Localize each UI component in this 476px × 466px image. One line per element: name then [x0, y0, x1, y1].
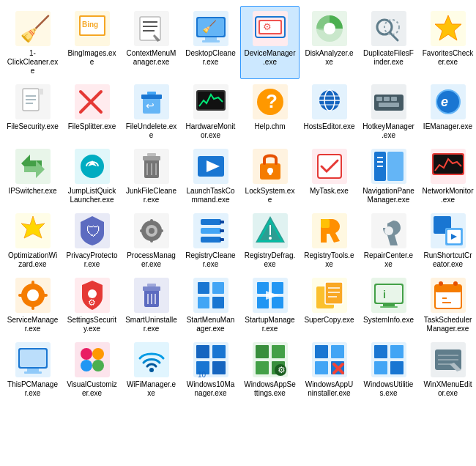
icon-item-networkmonitor[interactable]: NetworkMonitor.exe [418, 144, 476, 208]
icon-item-1clickcleaner[interactable]: 🧹1-ClickCleaner.exe [3, 6, 62, 79]
svg-rect-143 [143, 286, 160, 291]
icon-image-servicemanager [15, 278, 51, 313]
icon-label-windows10manager: Windows10Manager.exe [185, 380, 237, 398]
svg-rect-108 [140, 229, 144, 232]
icon-label-systeminfo: SystemInfo.exe [363, 316, 414, 325]
icon-item-mytask[interactable]: MyTask.exe [300, 144, 359, 208]
svg-rect-198 [272, 345, 285, 358]
icon-label-thispcmanager: ThisPCManager.exe [7, 380, 59, 398]
icon-item-registrytools[interactable]: RegistryTools.exe [300, 208, 359, 273]
icon-image-smartuninstaller [134, 278, 169, 313]
icon-item-diskanalyzer[interactable]: DiskAnalyzer.exe [300, 6, 359, 79]
icon-label-privacyprotector: PrivacyProtector.exe [66, 251, 118, 269]
svg-rect-137 [42, 294, 48, 297]
icon-item-fileundelete[interactable]: ↩FileUndelete.exe [122, 79, 181, 144]
svg-rect-134 [31, 281, 34, 286]
icon-image-bingimages: Bing [75, 11, 110, 46]
svg-point-176 [439, 281, 443, 286]
icon-item-ipswitcher[interactable]: IPSwitcher.exe [3, 144, 62, 208]
icon-image-iemanager: e [431, 84, 466, 119]
svg-point-185 [92, 348, 104, 360]
icon-image-launchtask [193, 149, 228, 184]
icon-item-repaircenter[interactable]: RepairCenter.exe [359, 208, 418, 273]
svg-rect-7 [140, 17, 160, 40]
icon-item-windowsutilities[interactable]: WindowsUtilities.exe [359, 337, 418, 402]
icon-item-bingimages[interactable]: BingBingImages.exe [62, 6, 122, 79]
svg-point-177 [453, 281, 458, 286]
svg-rect-152 [212, 297, 224, 308]
icon-item-registrydefrag[interactable]: RegistryDefrag.exe [240, 208, 300, 273]
svg-rect-75 [143, 156, 160, 160]
svg-text:⚙: ⚙ [88, 297, 96, 308]
svg-text:e: e [441, 95, 448, 109]
icon-label-startmenumanager: StartMenuManager.exe [185, 316, 237, 333]
icon-item-wifimanager[interactable]: WiFiManager.exe [122, 337, 181, 402]
svg-rect-44 [141, 95, 162, 99]
icon-item-navigationpane[interactable]: NavigationPaneManager.exe [359, 144, 418, 208]
icon-image-startupmanager [253, 278, 288, 313]
icon-item-hostseditor[interactable]: HostsEditor.exe [300, 79, 359, 144]
icon-item-contextmenu[interactable]: ContextMenuManager.exe [122, 6, 181, 79]
icon-label-locksystem: LockSystem.exe [244, 187, 296, 204]
svg-rect-197 [256, 345, 269, 358]
icon-item-desktopcleaner[interactable]: 🧹DesktopCleaner.exe [181, 6, 240, 79]
icon-item-systeminfo[interactable]: iSystemInfo.exe [359, 273, 418, 337]
icon-item-supercopy[interactable]: SuperCopy.exe [300, 273, 359, 337]
icon-image-devicemanager: ⚙ [253, 11, 288, 46]
icon-item-duplicatefinder[interactable]: DuplicateFilesFinder.exe [359, 6, 418, 79]
icon-item-winxmenueditor[interactable]: WinXMenuEditor.exe [418, 337, 476, 402]
icon-label-runshortcut: RunShortcutCreator.exe [422, 251, 474, 269]
icon-item-hardwaremonitor[interactable]: HardwareMonitor.exe [181, 79, 240, 144]
icon-item-registrycleaner[interactable]: RegistryCleaner.exe [181, 208, 240, 273]
icon-item-thispcmanager[interactable]: ThisPCManager.exe [3, 337, 62, 402]
icon-item-runshortcut[interactable]: RunShortcutCreator.exe [418, 208, 476, 273]
icon-item-startupmanager[interactable]: StartupManager.exe [240, 273, 300, 337]
svg-text:?: ? [266, 90, 278, 112]
icon-label-helpchm: Help.chm [254, 122, 285, 131]
icon-item-processmanager[interactable]: ProcessManager.exe [122, 208, 181, 273]
svg-text:Bing: Bing [82, 21, 98, 29]
icon-item-filesplitter[interactable]: FileSplitter.exe [62, 79, 122, 144]
icon-label-servicemanager: ServiceManager.exe [7, 316, 59, 333]
icon-item-junkfilecleaner[interactable]: JunkFileCleaner.exe [122, 144, 181, 208]
icon-label-wifimanager: WiFiManager.exe [125, 380, 177, 398]
icon-item-windows10manager[interactable]: 10Windows10Manager.exe [181, 337, 240, 402]
icon-image-optimizationwizard [15, 213, 51, 248]
icon-item-devicemanager[interactable]: ⚙DeviceManager.exe [240, 6, 300, 79]
svg-rect-144 [147, 284, 156, 286]
icon-item-smartuninstaller[interactable]: SmartUninstaller.exe [122, 273, 181, 337]
icon-item-filesecurity[interactable]: FileSecurity.exe [3, 79, 62, 144]
icon-item-servicemanager[interactable]: ServiceManager.exe [3, 273, 62, 337]
icon-item-launchtask[interactable]: LaunchTaskCommand.exe [181, 144, 240, 208]
icon-item-hotkeymanager[interactable]: HotkeyManager.exe [359, 79, 418, 144]
icon-image-contextmenu [134, 11, 169, 46]
icon-item-locksystem[interactable]: LockSystem.exe [240, 144, 300, 208]
icon-item-helpchm[interactable]: ?Help.chm [240, 79, 300, 144]
icon-item-visualcustomizer[interactable]: VisualCustomizer.exe [62, 337, 122, 402]
icon-image-winxmenueditor [431, 342, 466, 377]
icon-item-privacyprotector[interactable]: 🛡PrivacyProtector.exe [62, 208, 122, 273]
icon-label-diskanalyzer: DiskAnalyzer.exe [303, 49, 355, 67]
icon-item-settingssecurity[interactable]: ⚙SettingsSecurity.exe [62, 273, 122, 337]
icon-item-windowsappuninstaller[interactable]: WindowsAppUninstaller.exe [300, 337, 359, 402]
icon-item-taskscheduler[interactable]: TaskSchedulerManager.exe [418, 273, 476, 337]
svg-point-186 [81, 360, 92, 371]
svg-rect-149 [198, 282, 209, 294]
icon-item-optimizationwizard[interactable]: OptimizationWizard.exe [3, 208, 62, 273]
icon-item-windowsappsettings[interactable]: ⚙WindowsAppSettings.exe [240, 337, 300, 402]
icon-image-privacyprotector: 🛡 [75, 213, 110, 248]
svg-rect-183 [75, 342, 110, 377]
icon-image-runshortcut [431, 213, 466, 248]
svg-point-125 [384, 226, 393, 235]
icon-label-smartuninstaller: SmartUninstaller.exe [125, 316, 177, 333]
svg-rect-169 [383, 304, 395, 306]
icon-item-startmenumanager[interactable]: StartMenuManager.exe [181, 273, 240, 337]
svg-point-187 [92, 360, 104, 371]
icon-item-iemanager[interactable]: eIEManager.exe [418, 79, 476, 144]
svg-rect-155 [272, 282, 283, 294]
icon-item-favoriteschecker[interactable]: FavoritesChecker.exe [418, 6, 476, 79]
icon-image-locksystem [253, 149, 288, 184]
icon-image-repaircenter [371, 213, 406, 248]
icon-image-duplicatefinder [371, 11, 406, 46]
icon-item-jumplist[interactable]: JumpListQuickLauncher.exe [62, 144, 122, 208]
